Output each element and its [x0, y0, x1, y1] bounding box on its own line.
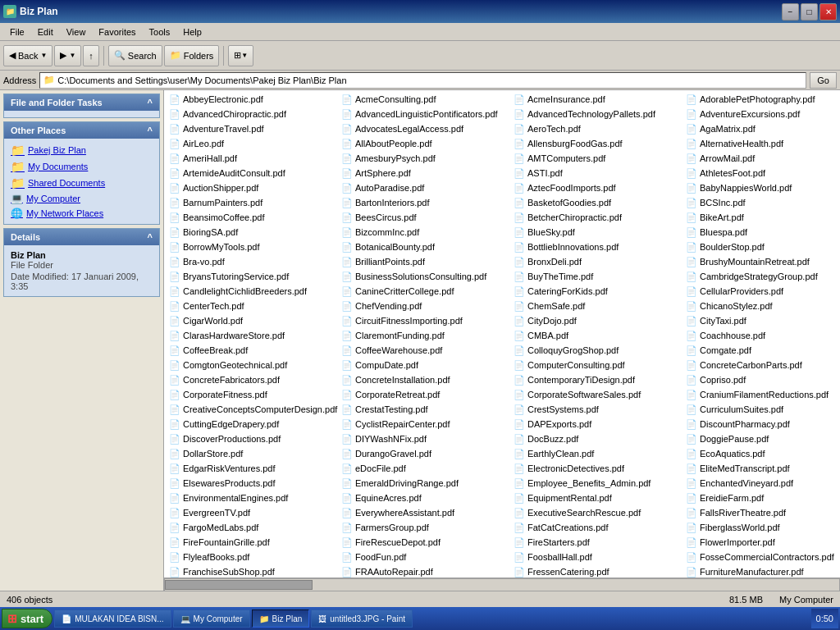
- list-item[interactable]: 📄FoosballHall.pdf: [510, 550, 682, 564]
- list-item[interactable]: 📄EmeraldDrivingRange.pdf: [338, 476, 510, 491]
- list-item[interactable]: 📄ArtemideAuditConsult.pdf: [166, 166, 338, 180]
- list-item[interactable]: 📄ConcreteFabricators.pdf: [166, 372, 338, 387]
- list-item[interactable]: 📄AcmeConsulting.pdf: [338, 92, 510, 107]
- close-button[interactable]: ✕: [819, 3, 837, 21]
- list-item[interactable]: 📄AbbeyElectronic.pdf: [166, 92, 338, 107]
- list-item[interactable]: 📄BCSInc.pdf: [682, 195, 840, 210]
- list-item[interactable]: 📄FireStarters.pdf: [510, 535, 682, 550]
- list-item[interactable]: 📄CoffeeWarehouse.pdf: [338, 343, 510, 358]
- list-item[interactable]: 📄EquipmentRental.pdf: [510, 491, 682, 505]
- list-item[interactable]: 📄BikeArt.pdf: [682, 210, 840, 225]
- list-item[interactable]: 📄CambridgeStrategyGroup.pdf: [682, 269, 840, 284]
- list-item[interactable]: 📄EarthlyClean.pdf: [510, 446, 682, 461]
- list-item[interactable]: 📄CorporateSoftwareSales.pdf: [510, 387, 682, 402]
- list-item[interactable]: 📄FosseCommercialContractors.pdf: [682, 550, 840, 564]
- list-item[interactable]: 📄AllAboutPeople.pdf: [338, 136, 510, 151]
- list-item[interactable]: 📄DIYWashNFix.pdf: [338, 431, 510, 446]
- sidebar-item-mydocs[interactable]: 📁 My Documents: [7, 158, 156, 175]
- list-item[interactable]: 📄BrushyMountainRetreat.pdf: [682, 254, 840, 269]
- list-item[interactable]: 📄AdvancedLinguisticPontificators.pdf: [338, 107, 510, 121]
- back-button[interactable]: ◀ Back ▼: [3, 45, 52, 66]
- list-item[interactable]: 📄CrestatTesting.pdf: [338, 402, 510, 417]
- list-item[interactable]: 📄BioringSA.pdf: [166, 225, 338, 240]
- list-item[interactable]: 📄DurangoGravel.pdf: [338, 446, 510, 461]
- list-item[interactable]: 📄EliteMedTranscript.pdf: [682, 461, 840, 476]
- list-item[interactable]: 📄FargoMedLabs.pdf: [166, 520, 338, 535]
- list-item[interactable]: 📄AthletesFoot.pdf: [682, 166, 840, 180]
- menu-edit[interactable]: Edit: [31, 25, 60, 39]
- list-item[interactable]: 📄BasketofGoodies.pdf: [510, 195, 682, 210]
- list-item[interactable]: 📄AuctionShipper.pdf: [166, 180, 338, 195]
- list-item[interactable]: 📄CandlelightCichlidBreeders.pdf: [166, 284, 338, 299]
- sidebar-item-mycomputer[interactable]: 💻 My Computer: [7, 191, 156, 206]
- list-item[interactable]: 📄Bra-vo.pdf: [166, 254, 338, 269]
- file-folder-tasks-header[interactable]: File and Folder Tasks ^: [4, 94, 159, 111]
- list-item[interactable]: 📄CMBA.pdf: [510, 328, 682, 343]
- list-item[interactable]: 📄BorrowMyTools.pdf: [166, 240, 338, 254]
- list-item[interactable]: 📄BizcommInc.pdf: [338, 225, 510, 240]
- list-item[interactable]: 📄BetcherChiropractic.pdf: [510, 210, 682, 225]
- horizontal-scrollbar[interactable]: [164, 578, 840, 591]
- list-item[interactable]: 📄BoulderStop.pdf: [682, 240, 840, 254]
- list-item[interactable]: 📄ArrowMail.pdf: [682, 151, 840, 166]
- list-item[interactable]: 📄FiberglassWorld.pdf: [682, 520, 840, 535]
- list-item[interactable]: 📄EdgarRiskVentures.pdf: [166, 461, 338, 476]
- list-item[interactable]: 📄Comgate.pdf: [682, 343, 840, 358]
- list-item[interactable]: 📄AlternativeHealth.pdf: [682, 136, 840, 151]
- list-item[interactable]: 📄CellularProviders.pdf: [682, 284, 840, 299]
- list-item[interactable]: 📄DocBuzz.pdf: [510, 431, 682, 446]
- list-item[interactable]: 📄CreativeConceptsComputerDesign.pdf: [166, 402, 338, 417]
- h-scroll-thumb[interactable]: [165, 580, 313, 590]
- list-item[interactable]: 📄ElsewaresProducts.pdf: [166, 476, 338, 491]
- list-item[interactable]: 📄ColloquyGrogShop.pdf: [510, 343, 682, 358]
- list-item[interactable]: 📄BusinessSolutionsConsulting.pdf: [338, 269, 510, 284]
- list-item[interactable]: 📄Coachhouse.pdf: [682, 328, 840, 343]
- menu-help[interactable]: Help: [176, 25, 208, 39]
- list-item[interactable]: 📄AutoParadise.pdf: [338, 180, 510, 195]
- list-item[interactable]: 📄BryansTutoringService.pdf: [166, 269, 338, 284]
- list-item[interactable]: 📄AmeriHall.pdf: [166, 151, 338, 166]
- list-item[interactable]: 📄ClaremontFunding.pdf: [338, 328, 510, 343]
- list-item[interactable]: 📄FlyleafBooks.pdf: [166, 550, 338, 564]
- maximize-button[interactable]: □: [801, 3, 818, 21]
- list-item[interactable]: 📄FranchiseSubShop.pdf: [166, 564, 338, 578]
- list-item[interactable]: 📄AdventureTravel.pdf: [166, 121, 338, 136]
- list-item[interactable]: 📄EquineAcres.pdf: [338, 491, 510, 505]
- list-item[interactable]: 📄AdorablePetPhotography.pdf: [682, 92, 840, 107]
- list-item[interactable]: 📄CateringForKids.pdf: [510, 284, 682, 299]
- h-scroll-track[interactable]: [164, 578, 840, 591]
- list-item[interactable]: 📄CyclistRepairCenter.pdf: [338, 417, 510, 431]
- list-item[interactable]: 📄FatCatCreations.pdf: [510, 520, 682, 535]
- minimize-button[interactable]: −: [782, 3, 799, 21]
- forward-dropdown-icon[interactable]: ▼: [69, 52, 75, 59]
- list-item[interactable]: 📄ConcreteCarbonParts.pdf: [682, 358, 840, 372]
- up-button[interactable]: ↑: [83, 45, 99, 66]
- list-item[interactable]: 📄CityTaxi.pdf: [682, 313, 840, 328]
- list-item[interactable]: 📄EnchantedVineyard.pdf: [682, 476, 840, 491]
- list-item[interactable]: 📄CircuitFitnessImporting.pdf: [338, 313, 510, 328]
- menu-favorites[interactable]: Favorites: [92, 25, 142, 39]
- list-item[interactable]: 📄EvergreenTV.pdf: [166, 505, 338, 520]
- back-dropdown-icon[interactable]: ▼: [40, 52, 47, 59]
- list-item[interactable]: 📄BottliebInnovations.pdf: [510, 240, 682, 254]
- list-item[interactable]: 📄AdvancedTechnologyPallets.pdf: [510, 107, 682, 121]
- list-item[interactable]: 📄BartonInteriors.pdf: [338, 195, 510, 210]
- list-item[interactable]: 📄CityDojo.pdf: [510, 313, 682, 328]
- list-item[interactable]: 📄FressenCatering.pdf: [510, 564, 682, 578]
- list-item[interactable]: 📄CenterTech.pdf: [166, 299, 338, 313]
- list-item[interactable]: 📄CigarWorld.pdf: [166, 313, 338, 328]
- list-item[interactable]: 📄EverywhereAssistant.pdf: [338, 505, 510, 520]
- list-item[interactable]: 📄BronxDeli.pdf: [510, 254, 682, 269]
- list-item[interactable]: 📄Copriso.pdf: [682, 372, 840, 387]
- list-item[interactable]: 📄BeansimoCoffee.pdf: [166, 210, 338, 225]
- list-item[interactable]: 📄AgaMatrix.pdf: [682, 121, 840, 136]
- list-item[interactable]: 📄FallsRiverTheatre.pdf: [682, 505, 840, 520]
- list-item[interactable]: 📄FireFountainGrille.pdf: [166, 535, 338, 550]
- list-item[interactable]: 📄ChefVending.pdf: [338, 299, 510, 313]
- list-item[interactable]: 📄BrilliantPoints.pdf: [338, 254, 510, 269]
- list-item[interactable]: 📄BarnumPainters.pdf: [166, 195, 338, 210]
- list-item[interactable]: 📄ArtSphere.pdf: [338, 166, 510, 180]
- list-item[interactable]: 📄AirLeo.pdf: [166, 136, 338, 151]
- list-item[interactable]: 📄AMTComputers.pdf: [510, 151, 682, 166]
- list-item[interactable]: 📄CoffeeBreak.pdf: [166, 343, 338, 358]
